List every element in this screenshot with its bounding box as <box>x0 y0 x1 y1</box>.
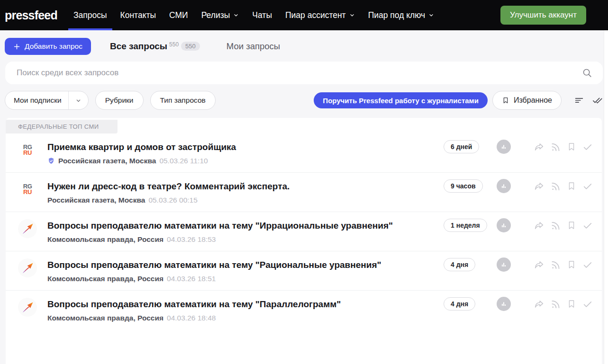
nav-item-2[interactable]: Контакты <box>115 0 162 30</box>
request-title[interactable]: Приемка квартир и домов от застройщика <box>47 141 236 153</box>
stats-icon[interactable] <box>497 297 511 311</box>
rss-icon[interactable] <box>550 181 561 192</box>
request-type-filter[interactable]: Тип запросов <box>150 91 216 110</box>
request-title[interactable]: Вопросы преподавателю математики на тему… <box>47 298 341 311</box>
requests-toolbar: Добавить запрос Все запросы550550 Мои за… <box>0 30 608 61</box>
scrollbar-track[interactable] <box>604 30 608 364</box>
rg-logo-bottom: RU <box>23 189 32 195</box>
request-title[interactable]: Вопросы преподавателю математики на тему… <box>47 258 381 271</box>
request-date: 04.03.26 18:53 <box>167 235 216 244</box>
hide-check-icon[interactable] <box>582 142 593 152</box>
bookmark-icon[interactable] <box>567 259 576 270</box>
hide-check-icon[interactable] <box>582 181 593 192</box>
search-bar <box>5 62 603 84</box>
share-icon[interactable] <box>534 142 544 152</box>
share-icon[interactable] <box>534 259 544 270</box>
request-row[interactable]: Вопросы преподавателю математики на тему… <box>6 290 602 329</box>
request-title[interactable]: Вопросы преподавателю математики на тему… <box>47 219 393 232</box>
nav-item-5[interactable]: Чаты <box>247 0 277 30</box>
nav-item-label: Запросы <box>73 10 107 20</box>
mark-all-read-icon[interactable] <box>592 95 604 106</box>
source-name[interactable]: Российская газета, Москва <box>58 157 156 165</box>
nav-item-7[interactable]: Пиар под ключ <box>363 0 440 30</box>
stats-icon[interactable] <box>497 218 511 232</box>
share-icon[interactable] <box>534 299 544 310</box>
hide-check-icon[interactable] <box>582 299 593 310</box>
chevron-down-icon <box>428 12 434 18</box>
row-actions <box>534 181 593 192</box>
bookmark-icon[interactable] <box>567 220 576 231</box>
plus-icon <box>13 43 20 50</box>
rss-icon[interactable] <box>550 299 561 310</box>
deadline-badge: 9 часов <box>444 179 483 193</box>
request-row[interactable]: RGRU Нужен ли дресс-код в театре? Коммен… <box>6 172 602 212</box>
deadline-badge: 4 дня <box>444 297 475 311</box>
stats-icon[interactable] <box>497 257 511 272</box>
request-row[interactable]: Вопросы преподавателю математики на тему… <box>6 251 602 290</box>
rg-logo-bottom: RU <box>23 150 32 156</box>
sort-icon[interactable] <box>574 95 584 106</box>
rss-icon[interactable] <box>550 259 561 270</box>
source-logo <box>18 219 37 238</box>
nav-item-label: СМИ <box>169 10 188 20</box>
tab-all-count-badge: 550 <box>181 42 200 51</box>
bookmark-icon[interactable] <box>567 142 576 152</box>
source-logo <box>18 258 37 277</box>
favorites-label: Избранное <box>514 96 552 105</box>
nav-item-4[interactable]: Релизы <box>196 0 245 30</box>
rubrics-filter[interactable]: Рубрики <box>95 91 144 110</box>
tab-my-requests[interactable]: Мои запросы <box>227 41 280 52</box>
my-subscriptions-filter[interactable]: Мои подписки <box>5 91 89 110</box>
hide-check-icon[interactable] <box>582 220 593 231</box>
hide-check-icon[interactable] <box>582 259 593 270</box>
search-icon[interactable] <box>582 68 592 80</box>
add-request-label: Добавить запрос <box>25 42 82 51</box>
nav-item-label: Пиар под ключ <box>368 10 426 20</box>
source-name[interactable]: Российская газета, Москва <box>47 196 145 204</box>
my-subscriptions-label: Мои подписки <box>14 96 62 105</box>
rss-icon[interactable] <box>550 142 561 152</box>
bookmark-icon[interactable] <box>567 299 576 310</box>
stats-icon[interactable] <box>497 140 511 154</box>
pressfeed-logo[interactable]: pressfeed <box>5 9 57 22</box>
nav-item-1[interactable]: Запросы <box>68 0 112 30</box>
nav-item-6[interactable]: Пиар ассистент <box>280 0 360 30</box>
source-name[interactable]: Комсомольская правда, Россия <box>47 314 163 322</box>
main-nav: ЗапросыКонтактыСМИРелизыЧатыПиар ассисте… <box>67 0 441 30</box>
add-request-button[interactable]: Добавить запрос <box>5 38 91 55</box>
source-name[interactable]: Комсомольская правда, Россия <box>47 235 163 244</box>
row-actions <box>534 220 593 231</box>
source-logo: RGRU <box>18 141 37 160</box>
share-icon[interactable] <box>534 181 544 192</box>
favorites-filter[interactable]: Избранное <box>492 91 562 110</box>
rss-icon[interactable] <box>550 220 561 231</box>
share-icon[interactable] <box>534 220 544 231</box>
stats-icon[interactable] <box>497 179 511 193</box>
requests-list: RGRU Приемка квартир и домов от застройщ… <box>6 133 602 329</box>
request-date: 05.03.26 00:15 <box>148 196 197 204</box>
source-logo <box>18 298 37 317</box>
chevron-down-icon[interactable] <box>69 98 88 104</box>
request-title[interactable]: Нужен ли дресс-код в театре? Комментарий… <box>47 180 290 193</box>
chevron-down-icon <box>233 12 239 18</box>
tab-all-label: Все запросы <box>110 41 167 51</box>
source-name[interactable]: Комсомольская правда, Россия <box>47 275 163 283</box>
upgrade-account-button[interactable]: Улучшить аккаунт <box>500 6 586 25</box>
filters-right-cluster: Поручить Pressfeed работу с журналистами… <box>314 91 604 110</box>
nav-item-3[interactable]: СМИ <box>164 0 193 30</box>
top-nav-bar: pressfeed ЗапросыКонтактыСМИРелизыЧатыПи… <box>0 0 608 30</box>
deadline-badge: 6 дней <box>444 140 479 153</box>
request-row[interactable]: RGRU Приемка квартир и домов от застройщ… <box>6 133 602 172</box>
row-actions <box>534 299 593 310</box>
nav-item-label: Чаты <box>252 10 272 20</box>
filters-row: Мои подписки Рубрики Тип запросов Поручи… <box>5 91 604 110</box>
tab-all-requests[interactable]: Все запросы550550 <box>110 41 200 52</box>
nav-item-label: Контакты <box>120 10 156 20</box>
request-date: 04.03.26 18:51 <box>167 275 216 283</box>
verified-badge-icon <box>47 157 55 165</box>
search-input[interactable] <box>5 62 603 84</box>
request-row[interactable]: Вопросы преподавателю математики на тему… <box>6 212 602 251</box>
bookmark-icon[interactable] <box>567 181 576 192</box>
delegate-to-pressfeed-button[interactable]: Поручить Pressfeed работу с журналистами <box>314 92 488 108</box>
chevron-down-icon <box>349 12 355 18</box>
